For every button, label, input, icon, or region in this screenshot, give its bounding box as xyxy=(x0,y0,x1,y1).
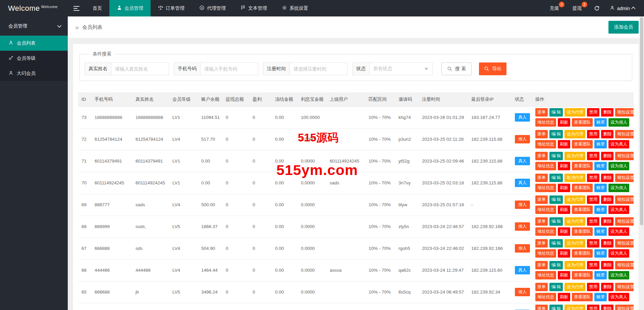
edit-button[interactable]: 编 辑 xyxy=(549,152,563,160)
disable-button[interactable]: 禁用 xyxy=(587,239,599,248)
refresh-row-button[interactable]: 刷新 xyxy=(558,293,570,301)
agent-toggle-button[interactable]: 设为代理 xyxy=(565,152,585,160)
address-info-button[interactable]: 地址信息 xyxy=(535,162,556,170)
balance-change-button[interactable]: 账变 xyxy=(594,140,607,148)
add-member-button[interactable]: 添加会员 xyxy=(608,21,639,34)
hidden-deduct-button[interactable]: 暗扣设置 xyxy=(615,195,634,204)
address-info-button[interactable]: 地址信息 xyxy=(535,249,556,258)
disable-button[interactable]: 禁用 xyxy=(587,217,599,226)
sidebar-item-member-list[interactable]: 会员列表 xyxy=(0,36,68,51)
dispatch-button[interactable]: 派单 xyxy=(535,152,548,160)
balance-change-button[interactable]: 账变 xyxy=(594,162,607,170)
real-toggle-button[interactable]: 设为真人 xyxy=(608,293,629,301)
view-team-button[interactable]: 查看团队 xyxy=(572,206,593,214)
edit-button[interactable]: 编 辑 xyxy=(549,305,563,310)
agent-toggle-button[interactable]: 设为代理 xyxy=(565,305,585,310)
hidden-deduct-button[interactable]: 暗扣设置 xyxy=(615,305,634,310)
refresh-row-button[interactable]: 刷新 xyxy=(558,162,570,170)
status-select[interactable]: 所有状态 xyxy=(370,62,433,75)
address-info-button[interactable]: 地址信息 xyxy=(535,184,556,192)
view-team-button[interactable]: 查看团队 xyxy=(572,162,593,170)
address-info-button[interactable]: 地址信息 xyxy=(535,118,556,127)
real-toggle-button[interactable]: 设为真人 xyxy=(608,140,629,148)
view-team-button[interactable]: 查看团队 xyxy=(572,184,593,192)
dispatch-button[interactable]: 派单 xyxy=(535,108,548,117)
refresh-row-button[interactable]: 刷新 xyxy=(558,227,570,236)
refresh-row-button[interactable]: 刷新 xyxy=(558,118,570,127)
delete-button[interactable]: 删除 xyxy=(601,108,613,117)
balance-change-button[interactable]: 账变 xyxy=(594,249,607,258)
view-team-button[interactable]: 查看团队 xyxy=(572,271,593,279)
refresh-icon[interactable] xyxy=(589,0,605,16)
view-team-button[interactable]: 查看团队 xyxy=(572,227,593,236)
disable-button[interactable]: 禁用 xyxy=(587,130,599,138)
agent-toggle-button[interactable]: 取消代理 xyxy=(565,174,585,182)
real-toggle-button[interactable]: 设为真人 xyxy=(608,206,629,214)
delete-button[interactable]: 删除 xyxy=(601,283,613,291)
real-name-input[interactable] xyxy=(111,62,169,75)
agent-toggle-button[interactable]: 设为代理 xyxy=(565,217,585,226)
scrollbar[interactable] xyxy=(639,16,644,310)
hidden-deduct-button[interactable]: 暗扣设置 xyxy=(615,130,634,138)
balance-change-button[interactable]: 账变 xyxy=(594,206,607,214)
real-toggle-button[interactable]: 设为真人 xyxy=(608,227,629,236)
nav-order-management[interactable]: 订单管理 xyxy=(151,0,192,16)
hidden-deduct-button[interactable]: 暗扣设置 xyxy=(615,174,634,182)
hidden-deduct-button[interactable]: 暗扣设置 xyxy=(615,152,634,160)
delete-button[interactable]: 删除 xyxy=(601,261,613,269)
disable-button[interactable]: 禁用 xyxy=(587,283,599,291)
disable-button[interactable]: 禁用 xyxy=(587,108,599,117)
view-team-button[interactable]: 查看团队 xyxy=(572,118,593,127)
real-toggle-button[interactable]: 设为假人 xyxy=(608,184,629,192)
agent-toggle-button[interactable]: 设为代理 xyxy=(565,239,585,248)
recharge-link[interactable]: 充值 3 xyxy=(543,0,566,16)
dispatch-button[interactable]: 派单 xyxy=(535,174,548,182)
view-team-button[interactable]: 查看团队 xyxy=(572,293,593,301)
disable-button[interactable]: 禁用 xyxy=(587,261,599,269)
disable-button[interactable]: 禁用 xyxy=(587,174,599,182)
view-team-button[interactable]: 查看团队 xyxy=(572,140,593,148)
export-button[interactable]: 导出 xyxy=(479,62,506,75)
refresh-row-button[interactable]: 刷新 xyxy=(558,271,570,279)
refresh-row-button[interactable]: 刷新 xyxy=(558,249,570,258)
agent-toggle-button[interactable]: 设为代理 xyxy=(565,195,585,204)
edit-button[interactable]: 编 辑 xyxy=(549,130,563,138)
delete-button[interactable]: 删除 xyxy=(601,130,613,138)
withdraw-link[interactable]: 提现 2 xyxy=(566,0,589,16)
delete-button[interactable]: 删除 xyxy=(601,152,613,160)
hidden-deduct-button[interactable]: 暗扣设置 xyxy=(615,217,634,226)
nav-agent-management[interactable]: $ 代理管理 xyxy=(192,0,233,16)
disable-button[interactable]: 禁用 xyxy=(587,152,599,160)
agent-toggle-button[interactable]: 设为代理 xyxy=(565,130,585,138)
sidebar-item-dadiao-member[interactable]: 大叼会员 xyxy=(0,66,68,81)
hidden-deduct-button[interactable]: 暗扣设置 xyxy=(615,239,634,248)
refresh-row-button[interactable]: 刷新 xyxy=(558,184,570,192)
delete-button[interactable]: 删除 xyxy=(601,305,613,310)
dispatch-button[interactable]: 派单 xyxy=(535,130,548,138)
agent-toggle-button[interactable]: 设为代理 xyxy=(565,108,585,117)
address-info-button[interactable]: 地址信息 xyxy=(535,271,556,279)
nav-text-management[interactable]: 文本管理 xyxy=(233,0,274,16)
agent-toggle-button[interactable]: 设为代理 xyxy=(565,283,585,291)
dispatch-button[interactable]: 派单 xyxy=(535,305,548,310)
sidebar-item-member-level[interactable]: 会员等级 xyxy=(0,51,68,66)
search-button[interactable]: 搜 索 xyxy=(441,62,472,75)
edit-button[interactable]: 编 辑 xyxy=(549,108,563,117)
disable-button[interactable]: 禁用 xyxy=(587,195,599,204)
balance-change-button[interactable]: 账变 xyxy=(594,271,607,279)
address-info-button[interactable]: 地址信息 xyxy=(535,293,556,301)
address-info-button[interactable]: 地址信息 xyxy=(535,206,556,214)
balance-change-button[interactable]: 账变 xyxy=(594,293,607,301)
real-toggle-button[interactable]: 设为假人 xyxy=(608,118,629,127)
dispatch-button[interactable]: 派单 xyxy=(535,283,548,291)
edit-button[interactable]: 编 辑 xyxy=(549,283,563,291)
agent-toggle-button[interactable]: 设为代理 xyxy=(565,261,585,269)
edit-button[interactable]: 编 辑 xyxy=(549,261,563,269)
edit-button[interactable]: 编 辑 xyxy=(549,217,563,226)
reg-time-input[interactable] xyxy=(290,62,347,75)
dispatch-button[interactable]: 派单 xyxy=(535,217,548,226)
refresh-row-button[interactable]: 刷新 xyxy=(558,140,570,148)
user-menu[interactable]: admin xyxy=(605,0,644,16)
address-info-button[interactable]: 地址信息 xyxy=(535,227,556,236)
dispatch-button[interactable]: 派单 xyxy=(535,261,548,269)
